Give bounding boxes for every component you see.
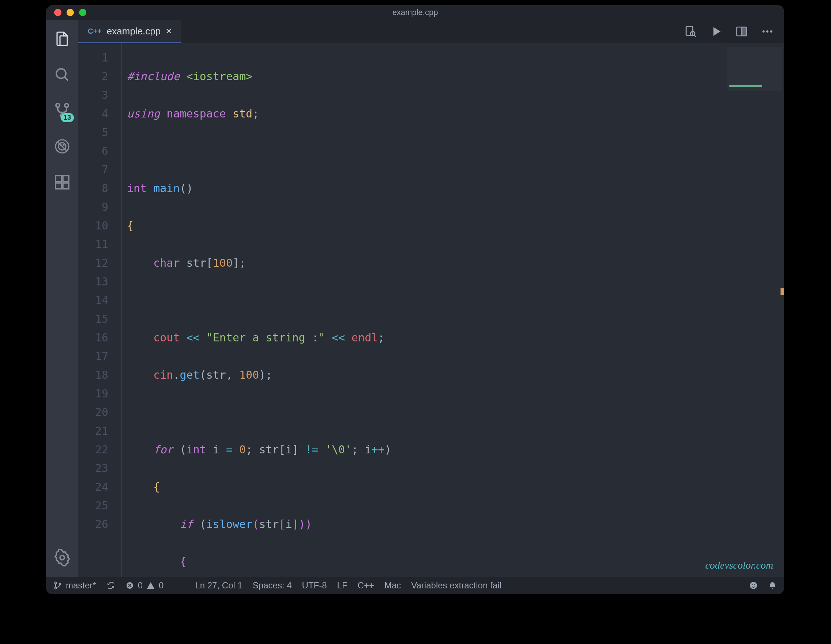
status-branch[interactable]: master* <box>53 580 96 591</box>
tab-bar: C++ example.cpp × <box>78 20 784 43</box>
line-number: 20 <box>78 403 121 421</box>
line-number: 18 <box>78 365 121 384</box>
line-number: 15 <box>78 309 121 328</box>
line-number: 10 <box>78 216 121 235</box>
more-actions-icon[interactable] <box>761 25 774 38</box>
svg-rect-8 <box>63 175 69 182</box>
line-number: 3 <box>78 86 121 104</box>
activity-bar: 13 <box>46 20 78 577</box>
line-number: 12 <box>78 253 121 272</box>
svg-point-6 <box>63 145 64 145</box>
svg-rect-12 <box>686 27 693 35</box>
window-title: example.cpp <box>392 8 438 17</box>
scrollbar-marker <box>780 289 784 295</box>
split-editor-icon[interactable] <box>735 25 748 38</box>
editor-actions <box>684 20 784 43</box>
minimize-window-button[interactable] <box>67 9 74 16</box>
search-icon[interactable] <box>53 66 71 83</box>
line-number: 25 <box>78 496 121 515</box>
close-tab-icon[interactable]: × <box>166 25 172 37</box>
svg-rect-7 <box>56 175 61 182</box>
run-icon[interactable] <box>710 25 723 38</box>
line-number: 23 <box>78 459 121 478</box>
svg-point-16 <box>763 30 765 33</box>
line-number: 5 <box>78 123 121 142</box>
line-number: 14 <box>78 291 121 309</box>
svg-point-5 <box>60 145 61 145</box>
line-number: 9 <box>78 198 121 216</box>
minimap[interactable] <box>727 47 782 91</box>
vscode-window: example.cpp 13 <box>46 5 784 594</box>
watermark: codevscolor.com <box>705 556 773 574</box>
svg-point-19 <box>55 582 57 584</box>
line-number: 1 <box>78 48 121 67</box>
line-number: 4 <box>78 104 121 123</box>
line-number: 11 <box>78 235 121 253</box>
debug-disabled-icon[interactable] <box>53 137 71 155</box>
tab-filename: example.cpp <box>107 26 161 37</box>
line-number: 6 <box>78 142 121 160</box>
line-number-gutter: 1234567891011121314151617181920212223242… <box>78 43 121 577</box>
svg-point-20 <box>55 587 57 589</box>
line-number: 19 <box>78 384 121 403</box>
source-control-badge: 13 <box>61 113 74 122</box>
svg-rect-10 <box>63 183 69 189</box>
svg-rect-15 <box>742 28 747 35</box>
svg-point-1 <box>56 104 60 107</box>
branch-name: master* <box>66 580 96 591</box>
tab-language-badge: C++ <box>88 27 102 35</box>
svg-point-21 <box>59 583 61 585</box>
svg-point-11 <box>60 555 64 560</box>
svg-rect-9 <box>56 183 61 189</box>
window-body: 13 C++ example.cpp × <box>46 20 784 577</box>
line-number: 24 <box>78 478 121 496</box>
svg-point-2 <box>65 104 68 107</box>
line-number: 26 <box>78 515 121 534</box>
settings-gear-icon[interactable] <box>53 549 71 566</box>
explorer-icon[interactable] <box>53 30 71 48</box>
close-window-button[interactable] <box>54 9 61 16</box>
maximize-window-button[interactable] <box>79 9 86 16</box>
line-number: 17 <box>78 347 121 365</box>
find-in-file-icon[interactable] <box>684 25 697 38</box>
line-number: 21 <box>78 421 121 440</box>
line-number: 16 <box>78 328 121 347</box>
titlebar[interactable]: example.cpp <box>46 5 784 20</box>
line-number: 13 <box>78 272 121 291</box>
code-area[interactable]: #include <iostream> using namespace std;… <box>121 43 784 577</box>
status-sync-icon[interactable] <box>107 581 115 590</box>
line-number: 2 <box>78 67 121 86</box>
tab-example-cpp[interactable]: C++ example.cpp × <box>78 20 181 43</box>
svg-point-18 <box>770 30 772 33</box>
editor-group: C++ example.cpp × <box>78 20 784 577</box>
editor[interactable]: 1234567891011121314151617181920212223242… <box>78 43 784 577</box>
line-number: 8 <box>78 179 121 198</box>
traffic-lights <box>54 9 86 16</box>
line-number: 7 <box>78 160 121 179</box>
extensions-icon[interactable] <box>53 174 71 191</box>
source-control-icon[interactable]: 13 <box>53 102 71 119</box>
svg-point-17 <box>766 30 769 33</box>
line-number: 22 <box>78 440 121 459</box>
